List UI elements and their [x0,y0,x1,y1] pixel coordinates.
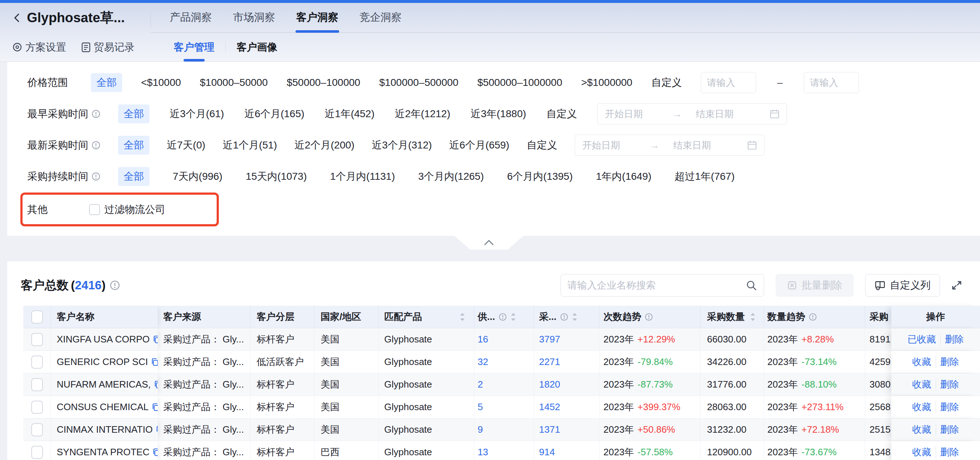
customize-columns-button[interactable]: 自定义列 [865,274,940,297]
copy-icon[interactable] [155,425,158,434]
tab-market-insight[interactable]: 市场洞察 [232,3,276,32]
info-icon[interactable] [809,313,817,321]
duration-all-chip[interactable]: 全部 [118,167,150,186]
purchases-link[interactable]: 914 [539,447,555,458]
purchases-link[interactable]: 1452 [539,401,560,413]
price-all-chip[interactable]: 全部 [91,73,122,92]
copy-icon[interactable] [151,402,158,412]
sort-toggle[interactable] [572,312,578,322]
duration-option[interactable]: 1年内(1649) [596,169,652,184]
info-icon[interactable] [92,110,100,118]
info-icon[interactable] [92,172,100,181]
delete-action[interactable]: 删除 [940,333,968,346]
batch-delete-button[interactable]: 批量删除 [776,274,853,297]
price-option[interactable]: $10000–50000 [200,77,268,88]
earliest-custom-label[interactable]: 自定义 [546,107,577,121]
duration-option[interactable]: 超过1年(767) [675,169,735,184]
tab-competitor-insight[interactable]: 竞企洞察 [359,3,402,32]
info-icon[interactable] [499,313,507,321]
price-custom-label[interactable]: 自定义 [651,76,682,89]
back-chevron-icon[interactable] [12,13,22,22]
duration-option[interactable]: 1个月内(1131) [330,169,395,184]
copy-icon[interactable] [151,448,158,457]
latest-all-chip[interactable]: 全部 [118,136,150,155]
duration-option[interactable]: 7天内(996) [173,169,223,184]
suppliers-link[interactable]: 13 [478,447,488,458]
price-option[interactable]: $50000–100000 [287,77,360,88]
price-option[interactable]: $500000–1000000 [477,77,562,88]
suppliers-link[interactable]: 2 [478,379,483,390]
delete-action[interactable]: 删除 [935,446,964,458]
price-option[interactable]: >$1000000 [581,77,633,88]
row-checkbox[interactable] [31,446,43,459]
latest-date-range-picker[interactable]: 开始日期 → 结束日期 [575,135,764,156]
duration-option[interactable]: 6个月内(1395) [507,169,573,184]
latest-option[interactable]: 近2个月(200) [294,138,355,152]
suppliers-link[interactable]: 5 [478,401,483,413]
collapse-filters-button[interactable] [454,236,523,250]
earliest-option[interactable]: 近2年(1212) [395,107,450,121]
delete-action[interactable]: 删除 [935,378,964,391]
suppliers-link[interactable]: 32 [478,356,488,367]
customer-name[interactable]: XINGFA USA CORPO [57,334,150,345]
earliest-option[interactable]: 近3年(1880) [471,107,527,121]
info-icon[interactable] [110,280,120,291]
purchases-link[interactable]: 1371 [539,424,560,435]
latest-option[interactable]: 近7天(0) [167,138,205,152]
earliest-option[interactable]: 近6个月(165) [244,107,304,121]
customer-name[interactable]: NUFARM AMERICAS, [57,379,151,390]
latest-option[interactable]: 近6个月(659) [449,138,509,152]
earliest-date-range-picker[interactable]: 开始日期 → 结束日期 [597,103,787,125]
customer-name[interactable]: CINMAX INTERNATIO [57,424,153,435]
purchases-link[interactable]: 3797 [539,334,560,345]
subtab-customer-profile[interactable]: 客户画像 [235,33,279,62]
favorite-action[interactable]: 已收藏 [903,333,940,346]
copy-icon[interactable] [153,380,158,390]
customer-name[interactable]: SYNGENTA PROTEC [57,447,150,458]
favorite-action[interactable]: 收藏 [908,423,935,436]
sort-toggle[interactable] [750,312,756,322]
info-icon[interactable] [560,313,568,321]
earliest-option[interactable]: 近3个月(61) [170,107,224,121]
customer-name[interactable]: GENERIC CROP SCI [57,356,148,367]
tab-product-insight[interactable]: 产品洞察 [169,3,213,32]
latest-option[interactable]: 近3个月(312) [372,138,432,152]
duration-option[interactable]: 15天内(1073) [246,169,307,184]
info-icon[interactable] [645,313,653,321]
row-checkbox[interactable] [31,401,43,414]
latest-option[interactable]: 近1个月(51) [223,138,277,152]
price-max-input[interactable] [804,72,859,93]
suppliers-link[interactable]: 16 [478,334,488,345]
trade-records-button[interactable]: 贸易记录 [81,40,135,54]
favorite-action[interactable]: 收藏 [908,356,935,368]
filter-logistics-checkbox[interactable] [89,204,100,215]
delete-action[interactable]: 删除 [935,356,964,368]
select-all-checkbox[interactable] [31,310,43,324]
duration-option[interactable]: 3个月内(1265) [418,169,484,184]
company-search-input[interactable] [568,280,746,291]
favorite-action[interactable]: 收藏 [908,378,935,391]
search-icon[interactable] [746,280,757,291]
tab-customer-insight[interactable]: 客户洞察 [296,3,339,32]
purchases-link[interactable]: 1820 [539,379,560,390]
row-checkbox[interactable] [31,378,43,391]
info-icon[interactable] [92,141,100,150]
row-checkbox[interactable] [31,356,43,369]
fullscreen-icon[interactable] [950,279,963,292]
filter-logistics-label[interactable]: 过滤物流公司 [104,203,165,217]
sort-toggle[interactable] [511,312,516,322]
latest-custom-label[interactable]: 自定义 [527,138,557,152]
subtab-customer-management[interactable]: 客户管理 [172,33,216,62]
plan-settings-button[interactable]: 方案设置 [12,40,66,54]
delete-action[interactable]: 删除 [935,423,964,436]
earliest-option[interactable]: 近1年(452) [325,107,374,121]
purchases-link[interactable]: 2271 [539,356,560,367]
suppliers-link[interactable]: 9 [478,424,483,435]
copy-icon[interactable] [152,335,158,344]
row-checkbox[interactable] [31,333,43,346]
price-option[interactable]: $100000–500000 [379,77,458,88]
price-min-input[interactable] [701,72,756,93]
favorite-action[interactable]: 收藏 [908,446,935,458]
favorite-action[interactable]: 收藏 [908,401,935,414]
customer-name[interactable]: CONSUS CHEMICAL [57,401,149,413]
